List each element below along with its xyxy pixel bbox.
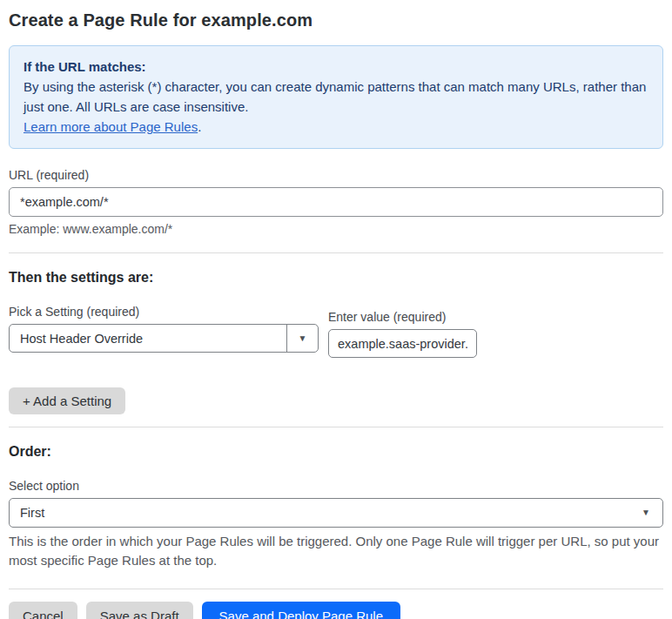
divider	[9, 589, 663, 589]
setting-row: Pick a Setting (required) Host Header Ov…	[9, 293, 663, 358]
pick-setting-column: Pick a Setting (required) Host Header Ov…	[9, 293, 319, 353]
setting-select-value: Host Header Override	[10, 332, 286, 346]
create-page-rule-form: Create a Page Rule for example.com If th…	[0, 0, 672, 619]
save-as-draft-button[interactable]: Save as Draft	[86, 602, 193, 619]
setting-select-arrow-segment[interactable]: ▼	[286, 325, 318, 352]
setting-value-input[interactable]	[328, 329, 477, 358]
setting-select[interactable]: Host Header Override ▼	[9, 324, 319, 353]
page-title: Create a Page Rule for example.com	[9, 10, 663, 30]
info-box-heading: If the URL matches:	[24, 57, 648, 77]
info-box-link-line: Learn more about Page Rules.	[24, 117, 648, 137]
add-setting-button[interactable]: + Add a Setting	[9, 387, 125, 414]
divider	[9, 427, 663, 427]
divider	[9, 252, 663, 253]
url-field-label: URL (required)	[9, 168, 663, 182]
learn-more-link[interactable]: Learn more about Page Rules	[24, 119, 198, 134]
settings-section-heading: Then the settings are:	[9, 270, 663, 286]
url-example-hint: Example: www.example.com/*	[9, 222, 663, 236]
footer-actions: Cancel Save as Draft Save and Deploy Pag…	[9, 602, 663, 619]
cancel-button[interactable]: Cancel	[9, 602, 77, 619]
order-section-heading: Order:	[9, 444, 663, 460]
info-box-body: By using the asterisk (*) character, you…	[24, 77, 648, 117]
order-select-label: Select option	[9, 479, 663, 493]
chevron-down-icon: ▼	[299, 334, 307, 343]
save-and-deploy-button[interactable]: Save and Deploy Page Rule	[202, 602, 400, 619]
enter-value-label: Enter value (required)	[328, 310, 477, 324]
url-input[interactable]	[9, 187, 663, 217]
order-select[interactable]: First ▼	[9, 498, 663, 528]
pick-setting-label: Pick a Setting (required)	[9, 305, 319, 319]
order-select-value: First	[10, 506, 642, 520]
url-match-info-box: If the URL matches: By using the asteris…	[9, 45, 663, 149]
enter-value-column: Enter value (required)	[328, 298, 477, 358]
order-select-arrow: ▼	[642, 508, 662, 517]
order-help-text: This is the order in which your Page Rul…	[9, 532, 663, 570]
chevron-down-icon: ▼	[642, 508, 650, 517]
link-suffix: .	[198, 119, 201, 134]
